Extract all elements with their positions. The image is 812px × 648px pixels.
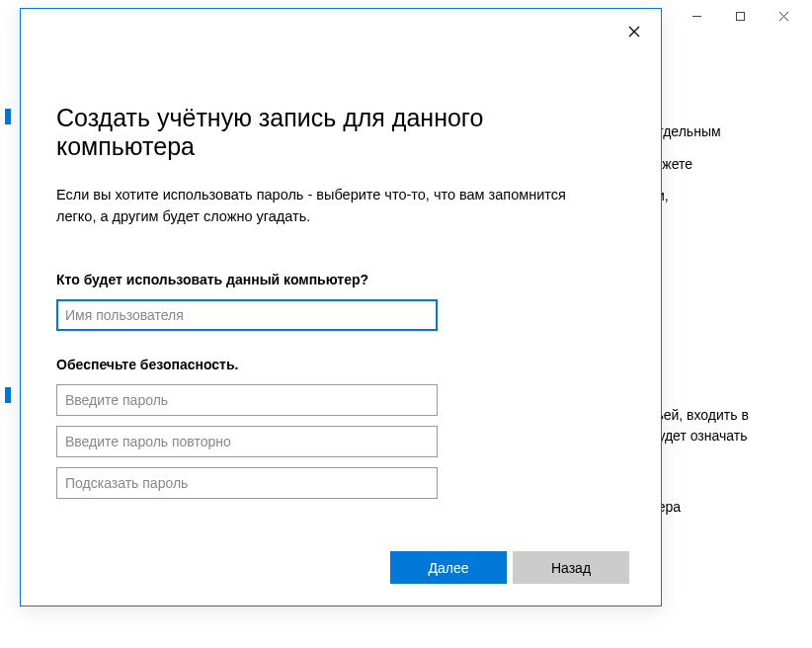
user-section-label: Кто будет использовать данный компьютер? (56, 272, 625, 287)
bg-content-fragment-2: емьей, входить в е будет означать (639, 405, 812, 446)
user-section: Кто будет использовать данный компьютер? (56, 272, 625, 331)
dialog-body: Создать учётную запись для данного компь… (21, 9, 661, 499)
window-controls (682, 6, 804, 26)
security-section: Обеспечьте безопасность. (56, 357, 625, 499)
password-confirm-input[interactable] (56, 426, 438, 457)
svg-rect-1 (736, 12, 744, 20)
password-hint-input[interactable] (56, 467, 438, 499)
minimize-button[interactable] (682, 6, 711, 26)
sidebar-indicator-2 (5, 387, 11, 403)
close-window-button[interactable] (769, 6, 798, 26)
next-button[interactable]: Далее (390, 551, 507, 584)
sidebar-indicator (5, 109, 11, 124)
security-section-label: Обеспечьте безопасность. (56, 357, 625, 372)
create-account-dialog: Создать учётную запись для данного компь… (20, 8, 662, 607)
bg-text-line: емьей, входить в (639, 405, 812, 426)
bg-text-line: е будет означать (639, 426, 812, 446)
dialog-description: Если вы хотите использовать пароль - выб… (56, 185, 609, 228)
dialog-close-button[interactable] (619, 17, 649, 46)
password-input[interactable] (56, 384, 438, 416)
back-button[interactable]: Назад (513, 551, 629, 584)
username-input[interactable] (56, 299, 438, 331)
dialog-title: Создать учётную запись для данного компь… (56, 104, 625, 161)
dialog-footer: Далее Назад (390, 551, 629, 584)
maximize-button[interactable] (725, 6, 755, 26)
